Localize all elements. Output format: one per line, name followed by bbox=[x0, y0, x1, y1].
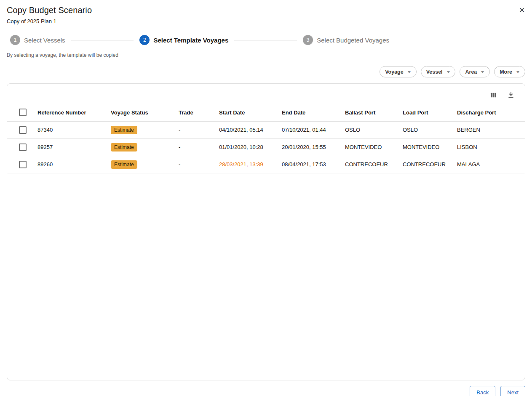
cell-load-port: CONTRECOEUR bbox=[398, 156, 453, 173]
step-2-circle: 2 bbox=[139, 35, 150, 45]
cell-reference-number: 89257 bbox=[33, 138, 107, 156]
stepper-connector bbox=[71, 40, 134, 40]
dialog-footer: Back Next bbox=[0, 380, 532, 396]
cell-trade: - bbox=[174, 121, 215, 138]
cell-discharge-port: MALAGA bbox=[453, 156, 525, 173]
col-start-date: Start Date bbox=[215, 104, 278, 121]
next-button[interactable]: Next bbox=[500, 386, 525, 396]
chevron-down-icon: ▼ bbox=[516, 70, 521, 74]
table-header-row: Reference Number Voyage Status Trade Sta… bbox=[7, 104, 525, 121]
step-3-circle: 3 bbox=[303, 35, 313, 45]
cell-trade: - bbox=[174, 138, 215, 156]
cell-load-port: OSLO bbox=[398, 121, 453, 138]
cell-reference-number: 89260 bbox=[33, 156, 107, 173]
filter-bar: Voyage ▼ Vessel ▼ Area ▼ More ▼ bbox=[0, 66, 532, 77]
back-button[interactable]: Back bbox=[470, 386, 495, 396]
page-subtitle: Copy of 2025 Plan 1 bbox=[7, 18, 525, 24]
step-1-circle: 1 bbox=[10, 35, 20, 45]
cell-discharge-port: BERGEN bbox=[453, 121, 525, 138]
download-icon[interactable] bbox=[506, 90, 516, 100]
row-checkbox-cell bbox=[7, 156, 33, 173]
stepper: 1 Select Vessels 2 Select Template Voyag… bbox=[0, 35, 399, 45]
row-checkbox[interactable] bbox=[19, 126, 27, 134]
voyages-table-card: Reference Number Voyage Status Trade Sta… bbox=[7, 83, 525, 380]
table-row[interactable]: 89257 Estimate - 01/01/2020, 10:28 20/01… bbox=[7, 138, 525, 156]
page-title: Copy Budget Scenario bbox=[7, 5, 525, 15]
select-all-cell bbox=[7, 104, 33, 121]
stepper-connector bbox=[234, 40, 297, 40]
table-row[interactable]: 87340 Estimate - 04/10/2021, 05:14 07/10… bbox=[7, 121, 525, 138]
col-discharge-port: Discharge Port bbox=[453, 104, 525, 121]
row-checkbox[interactable] bbox=[19, 144, 27, 151]
filter-voyage[interactable]: Voyage ▼ bbox=[380, 66, 416, 77]
table-toolbar bbox=[7, 84, 525, 104]
step-select-template-voyages[interactable]: 2 Select Template Voyages bbox=[139, 35, 228, 45]
chevron-down-icon: ▼ bbox=[446, 70, 451, 74]
chevron-down-icon: ▼ bbox=[406, 70, 412, 74]
column-settings-icon[interactable] bbox=[489, 90, 498, 100]
col-end-date: End Date bbox=[278, 104, 341, 121]
cell-voyage-status: Estimate bbox=[107, 121, 174, 138]
cell-voyage-status: Estimate bbox=[107, 156, 174, 173]
close-icon[interactable]: ✕ bbox=[517, 5, 527, 15]
cell-start-date: 01/01/2020, 10:28 bbox=[215, 138, 278, 156]
cell-end-date: 07/10/2021, 01:44 bbox=[278, 121, 341, 138]
step-1-label: Select Vessels bbox=[24, 37, 65, 44]
step-select-vessels[interactable]: 1 Select Vessels bbox=[10, 35, 65, 45]
status-badge: Estimate bbox=[111, 126, 137, 134]
cell-load-port: MONTEVIDEO bbox=[398, 138, 453, 156]
col-voyage-status: Voyage Status bbox=[107, 104, 174, 121]
col-trade: Trade bbox=[174, 104, 215, 121]
col-load-port: Load Port bbox=[398, 104, 453, 121]
filter-voyage-label: Voyage bbox=[385, 69, 404, 75]
table-body: 87340 Estimate - 04/10/2021, 05:14 07/10… bbox=[7, 121, 525, 173]
filter-vessel-label: Vessel bbox=[426, 69, 443, 75]
step-2-label: Select Template Voyages bbox=[153, 37, 228, 44]
copy-budget-scenario-dialog: Copy Budget Scenario Copy of 2025 Plan 1… bbox=[0, 0, 532, 396]
filter-more[interactable]: More ▼ bbox=[494, 66, 525, 77]
col-ballast-port: Ballast Port bbox=[341, 104, 398, 121]
status-badge: Estimate bbox=[111, 143, 137, 151]
cell-start-date: 28/03/2021, 13:39 bbox=[215, 156, 278, 173]
filter-vessel[interactable]: Vessel ▼ bbox=[421, 66, 456, 77]
select-all-checkbox[interactable] bbox=[19, 109, 27, 116]
dialog-header: Copy Budget Scenario Copy of 2025 Plan 1… bbox=[0, 0, 532, 24]
filter-area[interactable]: Area ▼ bbox=[460, 66, 490, 77]
chevron-down-icon: ▼ bbox=[480, 70, 485, 74]
step-3-label: Select Budgeted Voyages bbox=[317, 37, 389, 44]
cell-end-date: 20/01/2020, 15:55 bbox=[278, 138, 341, 156]
row-checkbox[interactable] bbox=[19, 161, 27, 168]
filter-more-label: More bbox=[500, 69, 512, 75]
table-row[interactable]: 89260 Estimate - 28/03/2021, 13:39 08/04… bbox=[7, 156, 525, 173]
cell-trade: - bbox=[174, 156, 215, 173]
cell-ballast-port: CONTRECOEUR bbox=[341, 156, 398, 173]
cell-start-date: 04/10/2021, 05:14 bbox=[215, 121, 278, 138]
cell-discharge-port: LISBON bbox=[453, 138, 525, 156]
cell-voyage-status: Estimate bbox=[107, 138, 174, 156]
helper-text: By selecting a voyage, the template will… bbox=[0, 52, 532, 58]
status-badge: Estimate bbox=[111, 160, 137, 169]
cell-ballast-port: MONTEVIDEO bbox=[341, 138, 398, 156]
step-select-budgeted-voyages[interactable]: 3 Select Budgeted Voyages bbox=[303, 35, 389, 45]
voyages-table: Reference Number Voyage Status Trade Sta… bbox=[7, 104, 525, 173]
row-checkbox-cell bbox=[7, 121, 33, 138]
cell-end-date: 08/04/2021, 17:53 bbox=[278, 156, 341, 173]
filter-area-label: Area bbox=[465, 69, 477, 75]
cell-reference-number: 87340 bbox=[33, 121, 107, 138]
cell-ballast-port: OSLO bbox=[341, 121, 398, 138]
row-checkbox-cell bbox=[7, 138, 33, 156]
col-reference-number: Reference Number bbox=[33, 104, 107, 121]
